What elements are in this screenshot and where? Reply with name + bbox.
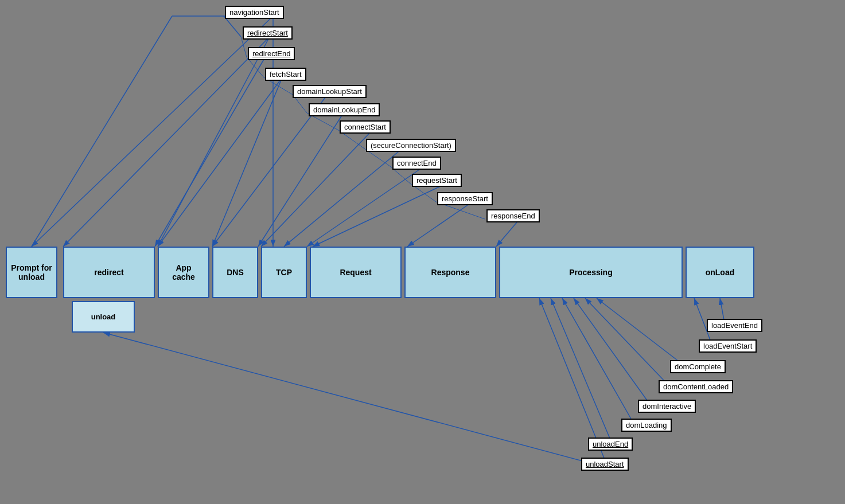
load-event-start-label: loadEventStart (699, 339, 757, 353)
connect-end-label: connectEnd (392, 157, 441, 170)
redirect-start-label: redirectStart (243, 26, 293, 40)
redirect-box: redirect (63, 247, 155, 298)
unload-start-label: unloadStart (581, 458, 629, 471)
response-start-label: responseStart (437, 192, 493, 205)
unload-end-label: unloadEnd (588, 437, 633, 451)
svg-line-29 (241, 37, 247, 57)
connect-start-label: connectStart (340, 120, 391, 134)
secure-connection-start-label: (secureConnectionStart) (366, 139, 456, 152)
request-box: Request (310, 247, 402, 298)
svg-line-6 (155, 57, 265, 247)
response-box: Response (404, 247, 496, 298)
svg-line-8 (158, 77, 282, 247)
load-event-end-label: loadEventEnd (707, 319, 762, 332)
domain-lookup-start-label: domainLookupStart (293, 85, 367, 98)
appcache-box: Appcache (158, 247, 209, 298)
svg-line-15 (407, 202, 472, 247)
dns-box: DNS (212, 247, 258, 298)
svg-line-3 (32, 16, 273, 247)
domain-lookup-end-label: domainLookupEnd (309, 103, 380, 116)
svg-line-16 (496, 220, 519, 247)
navigation-start-label: navigationStart (225, 6, 284, 19)
dom-complete-label: domComplete (670, 360, 726, 373)
svg-line-22 (585, 298, 674, 391)
svg-line-4 (63, 37, 270, 247)
fetch-start-label: fetchStart (265, 68, 306, 81)
redirect-end-label: redirectEnd (248, 47, 295, 60)
svg-line-12 (284, 149, 402, 247)
dom-loading-label: domLoading (621, 419, 672, 432)
svg-line-7 (212, 77, 282, 247)
onload-box: onLoad (686, 247, 754, 298)
unload-box: unload (72, 301, 135, 333)
svg-line-28 (224, 16, 241, 37)
request-start-label: requestStart (412, 174, 462, 187)
svg-line-30 (247, 57, 264, 77)
svg-line-13 (307, 167, 423, 247)
svg-line-21 (574, 298, 654, 410)
svg-line-9 (212, 95, 327, 247)
svg-line-10 (258, 114, 343, 247)
dom-content-loaded-label: domContentLoaded (659, 380, 733, 393)
svg-line-27 (32, 16, 172, 247)
svg-line-18 (103, 333, 608, 468)
prompt-box: Prompt for unload (6, 247, 57, 298)
svg-line-14 (313, 184, 445, 247)
svg-line-11 (261, 131, 372, 247)
svg-line-5 (158, 37, 270, 247)
svg-line-19 (551, 298, 614, 448)
dom-interactive-label: domInteractive (638, 400, 696, 413)
tcp-box: TCP (261, 247, 307, 298)
svg-line-20 (562, 298, 637, 429)
response-end-label: responseEnd (486, 209, 540, 222)
processing-box: Processing (499, 247, 683, 298)
diagram-container: Prompt for unload redirect Appcache DNS … (0, 0, 845, 504)
